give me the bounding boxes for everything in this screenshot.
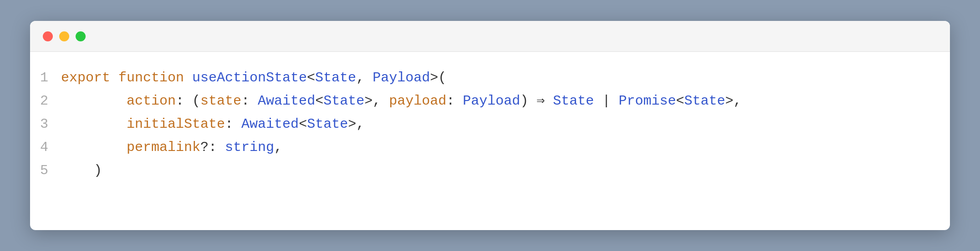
code-token: Promise <box>618 93 676 109</box>
code-token: : <box>446 93 463 109</box>
code-token: action <box>127 93 176 109</box>
code-token: Payload <box>463 93 520 109</box>
line-code: action: (state: Awaited<State>, payload:… <box>61 90 741 113</box>
code-token: >( <box>430 70 446 85</box>
code-token: : ( <box>176 93 200 109</box>
line-code: initialState: Awaited<State>, <box>61 113 741 136</box>
code-token <box>61 140 127 155</box>
code-token: Awaited <box>258 93 315 109</box>
code-token: State <box>315 70 356 85</box>
code-token: Payload <box>373 70 430 85</box>
code-token: >, <box>348 116 364 132</box>
code-token: permalink <box>127 140 200 155</box>
code-token: < <box>307 70 315 85</box>
code-token: ) <box>61 163 102 178</box>
line-code: permalink?: string, <box>61 136 741 159</box>
code-token: >, <box>725 93 741 109</box>
code-token: string <box>225 140 274 155</box>
code-token: State <box>323 93 364 109</box>
code-area: 1export function useActionState<State, P… <box>30 52 950 230</box>
table-row: 5 ) <box>39 159 741 182</box>
code-token: < <box>299 116 307 132</box>
line-number: 4 <box>39 136 61 159</box>
code-token: State <box>307 116 348 132</box>
code-token <box>61 93 127 109</box>
code-token: | <box>594 93 618 109</box>
line-code: export function useActionState<State, Pa… <box>61 66 741 90</box>
code-token: , <box>274 140 282 155</box>
table-row: 2 action: (state: Awaited<State>, payloa… <box>39 90 741 113</box>
line-code: ) <box>61 159 741 182</box>
titlebar <box>30 21 950 52</box>
code-token: State <box>553 93 594 109</box>
table-row: 1export function useActionState<State, P… <box>39 66 741 90</box>
close-button[interactable] <box>43 31 53 41</box>
code-window: 1export function useActionState<State, P… <box>30 21 950 230</box>
code-token: ⇒ <box>536 93 545 109</box>
code-token: < <box>315 93 323 109</box>
code-token: : <box>241 93 258 109</box>
code-token: export function <box>61 70 192 85</box>
code-table: 1export function useActionState<State, P… <box>39 66 741 182</box>
code-token: state <box>200 93 241 109</box>
code-token: initialState <box>127 116 225 132</box>
code-token: ?: <box>200 140 225 155</box>
code-token: , <box>356 70 373 85</box>
line-number: 5 <box>39 159 61 182</box>
minimize-button[interactable] <box>59 31 69 41</box>
code-token: payload <box>389 93 446 109</box>
code-token: useActionState <box>192 70 307 85</box>
code-token: >, <box>364 93 389 109</box>
code-token: ) <box>520 93 536 109</box>
line-number: 3 <box>39 113 61 136</box>
code-token <box>61 116 127 132</box>
line-number: 1 <box>39 66 61 90</box>
code-token: Awaited <box>241 116 299 132</box>
code-token: : <box>225 116 241 132</box>
code-token: < <box>676 93 684 109</box>
line-number: 2 <box>39 90 61 113</box>
code-token <box>545 93 553 109</box>
code-token: State <box>684 93 725 109</box>
table-row: 4 permalink?: string, <box>39 136 741 159</box>
table-row: 3 initialState: Awaited<State>, <box>39 113 741 136</box>
maximize-button[interactable] <box>76 31 86 41</box>
